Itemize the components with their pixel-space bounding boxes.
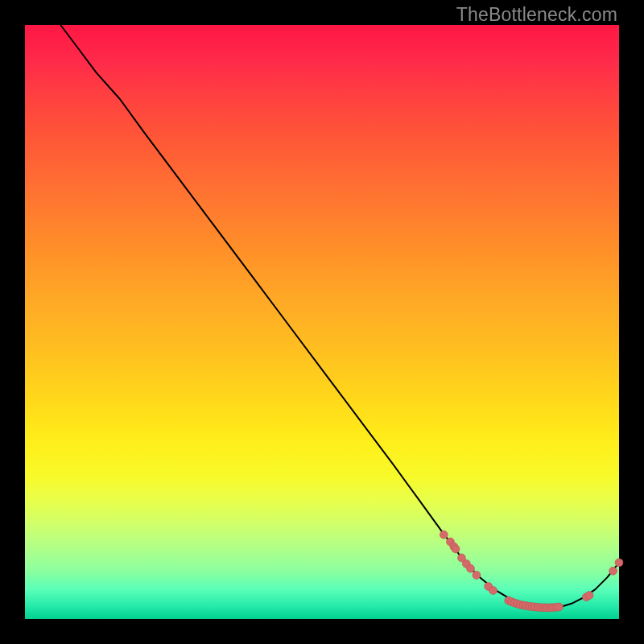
data-point bbox=[555, 603, 563, 611]
data-point bbox=[489, 587, 497, 595]
chart-overlay bbox=[25, 25, 619, 619]
data-point bbox=[473, 571, 481, 579]
data-point bbox=[467, 564, 475, 572]
data-point bbox=[609, 567, 617, 575]
chart-container: TheBottleneck.com bbox=[0, 0, 644, 644]
watermark: TheBottleneck.com bbox=[456, 4, 617, 26]
data-point bbox=[615, 559, 623, 567]
data-points bbox=[440, 530, 623, 612]
data-point bbox=[440, 530, 448, 539]
curve-line bbox=[60, 25, 619, 609]
data-point bbox=[585, 591, 593, 599]
data-point bbox=[452, 545, 460, 553]
